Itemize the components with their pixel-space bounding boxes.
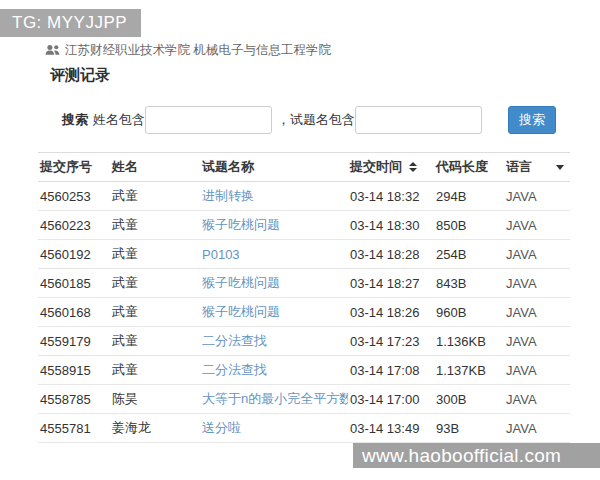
cell-name: 武童 [110, 240, 200, 269]
cell-problem: 猴子吃桃问题 [200, 269, 348, 298]
cell-lang: JAVA [504, 269, 570, 298]
table-row: 4559179武童二分法查找03-14 17:231.136KBJAVA [38, 327, 570, 356]
cell-time: 03-14 17:00 [348, 385, 434, 414]
cell-name: 武童 [110, 211, 200, 240]
col-header-submission-id: 提交序号 [38, 153, 110, 182]
table-row: 4560253武童进制转换03-14 18:32294BJAVA [38, 182, 570, 211]
cell-lang: JAVA [504, 298, 570, 327]
cell-lang: JAVA [504, 385, 570, 414]
problem-link[interactable]: 二分法查找 [202, 333, 267, 348]
cell-problem: 进制转换 [200, 182, 348, 211]
cell-time: 03-14 18:30 [348, 211, 434, 240]
cell-time: 03-14 18:32 [348, 182, 434, 211]
cell-name: 武童 [110, 182, 200, 211]
cell-name: 武童 [110, 269, 200, 298]
problem-contains-input[interactable] [355, 106, 482, 134]
search-button[interactable]: 搜索 [508, 106, 556, 134]
cell-length: 254B [434, 240, 504, 269]
cell-time: 03-14 18:28 [348, 240, 434, 269]
problem-link[interactable]: 猴子吃桃问题 [202, 275, 280, 290]
cell-id: 4558915 [38, 356, 110, 385]
table-row: 4560168武童猴子吃桃问题03-14 18:26960BJAVA [38, 298, 570, 327]
cell-id: 4560223 [38, 211, 110, 240]
problem-link[interactable]: P0103 [202, 247, 240, 262]
users-icon [45, 44, 60, 56]
cell-id: 4558785 [38, 385, 110, 414]
cell-length: 960B [434, 298, 504, 327]
cell-name: 武童 [110, 327, 200, 356]
cell-lang: JAVA [504, 356, 570, 385]
table-row: 4555781姜海龙送分啦03-14 13:4993BJAVA [38, 414, 570, 443]
cell-id: 4560253 [38, 182, 110, 211]
col-header-language-label: 语言 [506, 158, 532, 176]
cell-length: 294B [434, 182, 504, 211]
separator-and-problem-label: ，试题名包含 [277, 106, 355, 134]
problem-contains-label: 试题名包含 [290, 112, 355, 127]
name-contains-label: 姓名包含 [93, 106, 145, 134]
separator: ， [277, 112, 290, 127]
table-header-row: 提交序号 姓名 试题名称 提交时间 代码长度 语言 [38, 153, 570, 182]
cell-length: 843B [434, 269, 504, 298]
cell-problem: 猴子吃桃问题 [200, 211, 348, 240]
cell-id: 4555781 [38, 414, 110, 443]
cell-id: 4560168 [38, 298, 110, 327]
cell-lang: JAVA [504, 240, 570, 269]
tg-banner: TG: MYYJJPP [0, 9, 141, 37]
cell-id: 4560185 [38, 269, 110, 298]
search-section-label: 搜索 [62, 106, 88, 134]
filter-caret-icon[interactable] [556, 165, 564, 170]
problem-link[interactable]: 二分法查找 [202, 362, 267, 377]
cell-length: 1.136KB [434, 327, 504, 356]
problem-link[interactable]: 猴子吃桃问题 [202, 217, 280, 232]
cell-problem: 送分啦 [200, 414, 348, 443]
cell-time: 03-14 13:49 [348, 414, 434, 443]
problem-link[interactable]: 猴子吃桃问题 [202, 304, 280, 319]
cell-time: 03-14 18:26 [348, 298, 434, 327]
problem-link[interactable]: 送分啦 [202, 420, 241, 435]
col-header-code-length: 代码长度 [434, 153, 504, 182]
col-header-name: 姓名 [110, 153, 200, 182]
cell-lang: JAVA [504, 182, 570, 211]
cell-length: 1.137KB [434, 356, 504, 385]
school-name: 江苏财经职业技术学院 机械电子与信息工程学院 [65, 42, 331, 59]
cell-lang: JAVA [504, 414, 570, 443]
cell-length: 300B [434, 385, 504, 414]
cell-length: 850B [434, 211, 504, 240]
cell-name: 武童 [110, 298, 200, 327]
sort-icon[interactable] [409, 162, 417, 172]
cell-length: 93B [434, 414, 504, 443]
cell-lang: JAVA [504, 211, 570, 240]
cell-problem: 二分法查找 [200, 327, 348, 356]
search-form: 搜索 姓名包含 ，试题名包含 搜索 [0, 106, 600, 134]
submissions-table: 提交序号 姓名 试题名称 提交时间 代码长度 语言 4560253武童进制转换0… [38, 152, 570, 443]
cell-id: 4559179 [38, 327, 110, 356]
table-row: 4558915武童二分法查找03-14 17:081.137KBJAVA [38, 356, 570, 385]
col-header-time[interactable]: 提交时间 [348, 153, 434, 182]
cell-problem: 猴子吃桃问题 [200, 298, 348, 327]
table-row: 4560223武童猴子吃桃问题03-14 18:30850BJAVA [38, 211, 570, 240]
name-contains-input[interactable] [145, 106, 272, 134]
watermark: www.haoboofficial.com [353, 443, 600, 468]
col-header-time-label: 提交时间 [350, 158, 402, 176]
table-body: 4560253武童进制转换03-14 18:32294BJAVA4560223武… [38, 182, 570, 443]
col-header-language: 语言 [504, 153, 570, 182]
cell-name: 姜海龙 [110, 414, 200, 443]
cell-name: 陈昊 [110, 385, 200, 414]
col-header-problem: 试题名称 [200, 153, 348, 182]
table-row: 4560192武童P010303-14 18:28254BJAVA [38, 240, 570, 269]
school-bar: 江苏财经职业技术学院 机械电子与信息工程学院 [45, 41, 331, 59]
cell-time: 03-14 18:27 [348, 269, 434, 298]
page-title: 评测记录 [50, 66, 110, 85]
cell-problem: 二分法查找 [200, 356, 348, 385]
problem-link[interactable]: 大等于n的最小完全平方数 [202, 391, 348, 406]
cell-id: 4560192 [38, 240, 110, 269]
cell-time: 03-14 17:08 [348, 356, 434, 385]
table-row: 4560185武童猴子吃桃问题03-14 18:27843BJAVA [38, 269, 570, 298]
cell-time: 03-14 17:23 [348, 327, 434, 356]
cell-problem: 大等于n的最小完全平方数 [200, 385, 348, 414]
problem-link[interactable]: 进制转换 [202, 188, 254, 203]
table-row: 4558785陈昊大等于n的最小完全平方数03-14 17:00300BJAVA [38, 385, 570, 414]
cell-problem: P0103 [200, 240, 348, 269]
cell-lang: JAVA [504, 327, 570, 356]
cell-name: 武童 [110, 356, 200, 385]
